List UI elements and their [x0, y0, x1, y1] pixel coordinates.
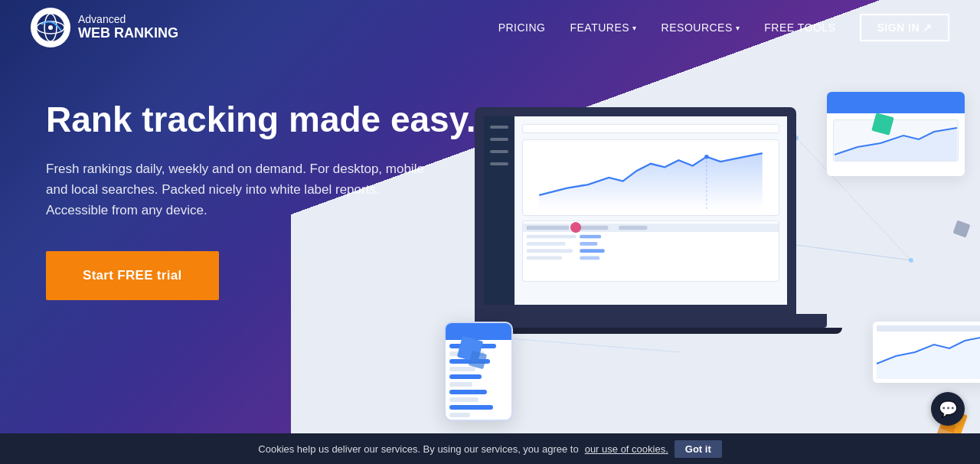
cookie-bar: Cookies help us deliver our services. By…: [0, 433, 980, 464]
chat-icon: 💬: [939, 400, 958, 418]
logo-text: Advanced WEB RANKING: [78, 14, 178, 41]
svg-rect-24: [580, 242, 597, 246]
screen-sidebar: [484, 116, 514, 305]
cookie-link[interactable]: our use of cookies.: [585, 443, 668, 455]
cta-button[interactable]: Start FREE trial: [46, 251, 219, 300]
svg-rect-22: [527, 257, 562, 260]
logo[interactable]: Advanced WEB RANKING: [31, 8, 178, 47]
screen-chart: [522, 139, 779, 216]
svg-rect-26: [580, 257, 599, 260]
svg-rect-18: [619, 226, 647, 230]
hero-content: Rank tracking made easy. Fresh rankings …: [46, 100, 476, 300]
screen-table: [522, 221, 779, 282]
card-bottom-right: [873, 322, 980, 383]
chat-widget[interactable]: 💬: [931, 392, 965, 426]
svg-rect-17: [580, 226, 608, 230]
svg-point-11: [909, 258, 913, 263]
hero-section: Advanced WEB RANKING PRICING FEATURES RE…: [0, 0, 980, 464]
svg-rect-16: [527, 226, 570, 230]
nav-pricing[interactable]: PRICING: [498, 21, 546, 34]
card-mobile: [444, 322, 513, 421]
cube-gray: [952, 220, 970, 237]
header: Advanced WEB RANKING PRICING FEATURES RE…: [0, 0, 980, 55]
sign-in-button[interactable]: SIGN IN ↗: [860, 14, 949, 41]
cookie-message: Cookies help us deliver our services. By…: [258, 443, 578, 455]
svg-rect-25: [580, 249, 604, 253]
svg-rect-20: [527, 242, 566, 246]
card-right: [827, 92, 965, 176]
svg-point-3: [48, 25, 53, 30]
nav-features[interactable]: FEATURES: [570, 21, 636, 34]
got-it-button[interactable]: Got it: [675, 440, 722, 458]
hero-title: Rank tracking made easy.: [46, 100, 476, 140]
screen-content: [514, 116, 787, 305]
hero-illustration: [413, 46, 980, 444]
nav-resources[interactable]: RESOURCES: [662, 21, 740, 34]
svg-rect-19: [527, 235, 577, 239]
svg-rect-21: [527, 249, 573, 253]
laptop-screen: [475, 107, 796, 314]
hero-description: Fresh rankings daily, weekly and on dema…: [46, 158, 444, 221]
main-nav: PRICING FEATURES RESOURCES FREE TOOLS SI…: [498, 14, 949, 41]
nav-free-tools[interactable]: FREE TOOLS: [764, 21, 835, 34]
svg-rect-28: [877, 325, 980, 332]
svg-rect-23: [580, 235, 601, 239]
laptop-mockup: [475, 107, 827, 352]
logo-line1: Advanced: [78, 14, 178, 25]
logo-line2: WEB RANKING: [78, 26, 178, 41]
logo-icon: [31, 8, 70, 47]
